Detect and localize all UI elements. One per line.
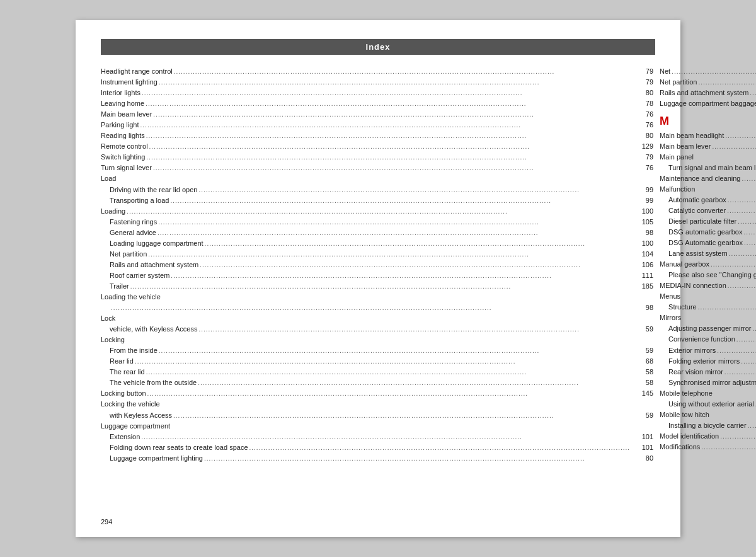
entry-dots: ........................................… [169,196,631,206]
entry-page: 59 [631,410,653,421]
entry-text: Roof carrier system [110,270,169,281]
entry-dots: ........................................… [152,110,631,120]
entry-dots: ........................................… [173,67,631,77]
entry-text: Luggage compartment [101,421,170,432]
entry-text: Net partition [660,77,697,88]
entry-text: Menus [660,291,680,302]
index-entry: Luggage compartment baggage net ........… [660,98,756,109]
index-entry: Catalytic converter ....................… [660,205,756,216]
entry-text: Mobile telephone [660,388,713,399]
entry-dots: ........................................… [736,217,756,227]
entry-page: 98 [631,227,653,238]
entry-dots: ........................................… [723,367,756,377]
entry-dots: ........................................… [129,282,631,292]
entry-text: Malfunction [660,184,695,195]
index-entry: General advice .........................… [101,227,653,238]
group-label: Menus [660,291,756,302]
entry-dots: ........................................… [148,142,631,152]
group-label: Mobile tow hitch [660,410,756,420]
index-entry: Net ....................................… [660,66,756,77]
entry-dots: ........................................… [748,88,756,98]
index-entry: Loading luggage compartment ............… [101,238,653,249]
entry-text: Turn signal and main beam lever [668,163,756,173]
index-entry: Turn signal lever ......................… [101,163,653,173]
entry-text: The rear lid [110,367,145,377]
index-entry: Locking button .........................… [101,388,653,399]
entry-text: Trailer [110,281,129,292]
entry-dots: ........................................… [203,239,631,249]
entry-dots: ........................................… [735,335,756,345]
entry-text: Transporting a load [110,195,169,206]
index-entry: Net partition ..........................… [660,77,756,88]
index-entry: Diesel particulate filter ..............… [660,216,756,227]
entry-text: Catalytic converter [668,205,726,216]
entry-text: Luggage compartment baggage net [660,98,756,109]
entry-text: Headlight range control [101,66,173,77]
entry-text: Parking light [101,120,139,130]
entry-text: Reading lights [101,130,145,141]
index-entry: Folding down rear seats to create load s… [101,442,653,453]
index-entry: Maintenance and cleaning ...............… [660,173,756,184]
entry-dots: ........................................… [697,302,756,313]
entry-text: DSG automatic gearbox [668,227,742,238]
entry-page: 80 [631,130,653,141]
entry-page: 68 [631,356,653,367]
entry-text: Mirrors [660,313,681,323]
entry-text: DSG Automatic gearbox [668,238,743,248]
entry-dots: ........................................… [146,389,632,399]
entry-dots: ........................................… [197,185,631,195]
entry-dots: ........................................… [248,443,632,453]
entry-dots: ........................................… [203,454,631,464]
entry-page: 79 [631,66,653,77]
index-entry: Folding exterior mirrors ...............… [660,356,756,367]
index-entry: Lane assist system .....................… [660,248,756,259]
entry-text: Fastening rings [110,217,157,227]
entry-dots: ........................................… [743,238,756,248]
group-label: Mirrors [660,313,756,323]
index-entry: The rear lid ...........................… [101,367,653,377]
index-entry: Main beam lever ........................… [660,141,756,152]
index-entry: Interior lights ........................… [101,88,653,98]
entry-text: Rails and attachment system [110,260,198,270]
entry-dots: ........................................… [145,131,631,141]
entry-page: 78 [631,98,653,109]
entry-page: 104 [631,249,653,260]
index-entry: Rear lid ...............................… [101,356,653,367]
entry-page: 129 [631,141,653,152]
index-entry: Adjusting passenger mirror .............… [660,323,756,334]
entry-dots: ........................................… [157,217,631,227]
entry-dots: ........................................… [140,432,631,442]
entry-text: Main beam lever [101,109,152,120]
index-entry: Exterior mirrors .......................… [660,345,756,356]
entry-text: Convenience function [668,334,735,345]
entry-page: 79 [631,152,653,163]
entry-text: Interior lights [101,88,140,98]
entry-dots: ........................................… [728,249,756,259]
entry-dots: ........................................… [145,152,631,163]
entry-dots: ........................................… [719,432,756,442]
entry-page: 80 [631,88,653,98]
index-entry: Extension ..............................… [101,432,653,442]
entry-page: 98 [631,302,653,313]
columns-container: Headlight range control ................… [101,66,655,464]
entry-dots: ........................................… [747,421,756,431]
entry-page: 76 [631,163,653,173]
entry-text: Turn signal lever [101,163,152,173]
entry-text: Locking [101,335,125,345]
group-label: Main panel [660,152,756,163]
index-entry: Instrument lighting ....................… [101,77,653,88]
entry-text: Folding down rear seats to create load s… [110,442,248,453]
entry-text: Rails and attachment system [660,88,748,98]
index-entry: Remote control .........................… [101,141,653,152]
index-entry: Luggage compartment lighting ...........… [101,453,653,464]
entry-text: Driving with the rear lid open [110,185,197,195]
index-entry: The vehicle from the outside ...........… [101,377,653,388]
group-label: Load [101,173,653,184]
entry-dots: ........................................… [152,163,631,173]
index-entry: Switch lighting ........................… [101,152,653,163]
index-entry: Please also see "Changing gears" .......… [660,270,756,280]
index-entry: Manual gearbox .........................… [660,259,756,270]
entry-dots: ........................................… [741,174,757,184]
entry-text: Net [660,66,670,77]
entry-dots: ........................................… [711,142,756,152]
